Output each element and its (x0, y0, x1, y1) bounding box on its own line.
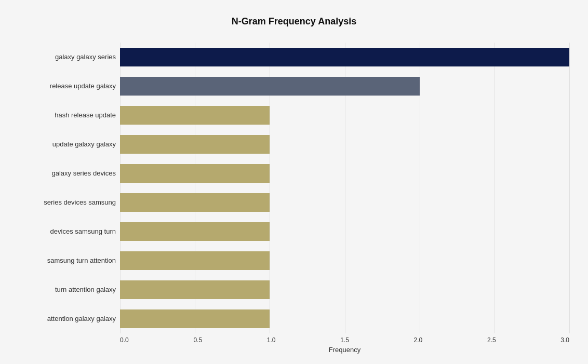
bar-row (120, 278, 569, 302)
x-tick: 0.0 (120, 336, 129, 344)
x-tick: 1.5 (340, 336, 349, 344)
x-axis-label: Frequency (120, 346, 569, 354)
bar (120, 222, 270, 241)
x-tick: 2.5 (487, 336, 496, 344)
bar-row (120, 220, 569, 244)
x-tick: 2.0 (414, 336, 423, 344)
bar-row (120, 74, 569, 98)
bar-row (120, 103, 569, 127)
grid-line (569, 43, 570, 333)
bar-row (120, 132, 569, 156)
y-label: attention galaxy galaxy (19, 315, 116, 323)
y-label: galaxy galaxy series (19, 53, 116, 61)
bar (120, 164, 270, 183)
chart-container: N-Gram Frequency Analysis galaxy galaxy … (8, 6, 580, 359)
chart-title: N-Gram Frequency Analysis (19, 16, 569, 27)
y-label: samsung turn attention (19, 257, 116, 265)
y-label: turn attention galaxy (19, 286, 116, 294)
chart-area: galaxy galaxy seriesrelease update galax… (19, 43, 569, 333)
bar (120, 251, 270, 270)
y-label: galaxy series devices (19, 169, 116, 178)
bar-row (120, 307, 569, 331)
bar (120, 106, 270, 125)
x-tick: 3.0 (560, 336, 569, 344)
x-tick: 1.0 (267, 336, 276, 344)
y-labels: galaxy galaxy seriesrelease update galax… (19, 43, 120, 333)
y-label: series devices samsung (19, 198, 116, 207)
bar-row (120, 249, 569, 273)
bar-row (120, 161, 569, 185)
x-tick: 0.5 (193, 336, 202, 344)
bar (120, 135, 270, 154)
x-axis: 0.00.51.01.52.02.53.0 (120, 336, 569, 344)
y-label: hash release update (19, 111, 116, 119)
bars-section (120, 43, 569, 333)
bar (120, 193, 270, 212)
y-label: devices samsung turn (19, 227, 116, 236)
bar-row (120, 45, 569, 69)
bar (120, 48, 569, 66)
bar (120, 280, 270, 299)
bar-row (120, 191, 569, 214)
y-label: update galaxy galaxy (19, 140, 116, 149)
bar (120, 309, 270, 328)
bar (120, 77, 420, 96)
bars-wrapper (120, 43, 569, 333)
y-label: release update galaxy (19, 82, 116, 90)
